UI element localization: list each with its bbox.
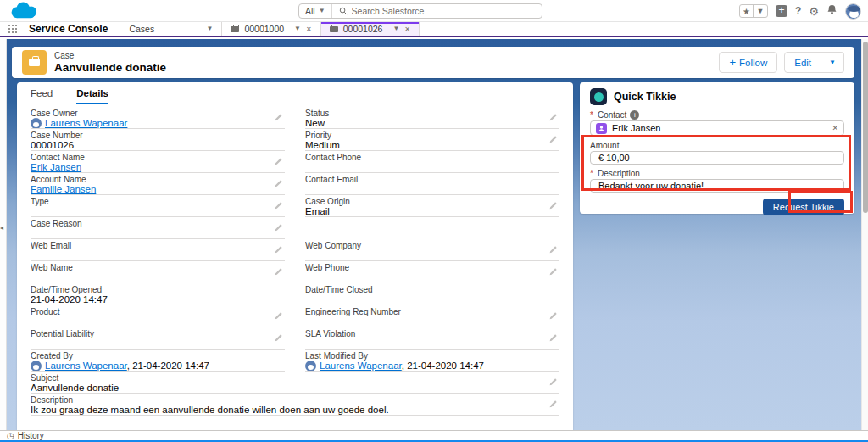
field-account-name: Account NameFamilie Jansen [31,173,285,195]
chevron-down-icon: ▼ [319,8,326,14]
record-header-card: Case Aanvullende donatie +Follow Edit ▼ [12,47,854,78]
edit-pencil-icon[interactable] [274,176,283,192]
field-case-number: Case Number00001026 [31,129,285,151]
close-icon[interactable]: ✕ [306,25,312,33]
setup-gear-icon[interactable]: ⚙ [809,6,819,17]
record-link[interactable]: Laurens Wapenaar [45,118,127,128]
field-value: Medium [305,140,559,151]
field-label: Date/Time Opened [31,285,285,294]
edit-pencil-icon[interactable] [274,110,283,126]
field-value [305,272,559,283]
edit-pencil-icon[interactable] [274,265,283,280]
field-contact-email: Contact Email [305,173,559,195]
field-web-email: Web Email [31,239,285,261]
field-label: Description [31,395,559,405]
edit-pencil-icon[interactable] [274,309,283,324]
field-label: Contact Email [305,175,559,184]
chevron-down-icon: ▼ [829,59,836,66]
favorites-star-icon[interactable]: ★ [740,5,754,17]
tab-details[interactable]: Details [76,82,108,104]
edit-pencil-icon[interactable] [548,265,558,280]
edit-pencil-icon[interactable] [274,221,283,236]
close-icon[interactable]: ✕ [404,25,410,33]
field-description: DescriptionIk zou graag deze maand een a… [31,394,559,416]
edit-pencil-icon[interactable] [274,331,283,346]
edit-pencil-icon[interactable] [548,199,558,214]
app-launcher-icon[interactable] [0,22,25,36]
user-avatar[interactable] [845,3,861,20]
scrollbar-thumb[interactable] [863,42,868,213]
tab-feed[interactable]: Feed [31,82,53,104]
description-input[interactable]: Bedankt voor uw donatie! [590,179,844,193]
field-value: New [305,118,559,129]
field-value [305,294,559,305]
workspace-tab-00001000[interactable]: 00001000 ▼ ✕ [221,22,320,36]
global-search: All ▼ [298,3,542,19]
request-tikkie-button[interactable]: Request Tikkie [763,199,844,215]
field-contact-name: Contact NameErik Jansen [31,151,285,173]
edit-pencil-icon[interactable] [548,397,558,412]
edit-button[interactable]: Edit [784,52,821,73]
field-date-time-closed: Date/Time Closed [305,283,559,305]
avatar [31,118,42,129]
favorites-dropdown-icon[interactable]: ▼ [754,5,767,17]
field-value [31,206,285,217]
chevron-down-icon[interactable]: ▼ [294,25,301,32]
global-header: All ▼ ★ ▼ + ? ⚙ [0,0,868,22]
field-label: Date/Time Closed [305,285,559,294]
edit-pencil-icon[interactable] [548,331,558,346]
left-panel-splitter[interactable]: ◂ [0,39,7,430]
info-icon[interactable]: i [630,110,639,120]
edit-pencil-icon[interactable] [274,199,283,214]
edit-pencil-icon[interactable] [548,110,558,126]
remove-contact-icon[interactable]: ✕ [832,124,838,132]
help-icon[interactable]: ? [795,5,801,17]
field-web-phone: Web Phone [305,261,559,283]
chevron-down-icon[interactable]: ▼ [206,25,213,32]
global-actions-icon[interactable]: + [776,5,787,17]
primary-tab-cases[interactable]: Cases ▼ [120,22,221,36]
primary-tab-label: Cases [129,24,154,34]
edit-pencil-icon[interactable] [548,309,558,324]
notifications-bell-icon[interactable] [826,3,837,19]
salesforce-logo-icon [8,1,39,24]
field-label: SLA Violation [305,329,559,338]
history-utility-item[interactable]: History [18,431,44,440]
field-label: Case Origin [305,197,559,206]
field-value: Familie Jansen [31,184,285,195]
amount-input[interactable]: € 10,00 [590,151,844,165]
field-value: Erik Jansen [31,162,285,173]
required-asterisk: * [590,169,593,178]
field-label: Product [31,307,285,316]
edit-pencil-icon[interactable] [274,243,283,258]
follow-button[interactable]: +Follow [719,52,777,73]
record-link[interactable]: Laurens Wapenaar [320,361,402,371]
edit-pencil-icon[interactable] [274,154,283,170]
more-actions-button[interactable]: ▼ [821,52,844,73]
main-content-region: ◂ Case Aanvullende donatie +Follow Edit … [0,39,868,430]
field-label: Account Name [31,175,285,184]
record-link[interactable]: Erik Jansen [31,162,81,172]
workspace-tab-00001026[interactable]: 00001026 ▼ ✕ [320,22,420,36]
contact-lookup-pill[interactable]: Erik Jansen ✕ [590,120,844,136]
utility-bar: ◷ History [0,430,868,442]
full-width-fields: SubjectAanvullende donatieDescriptionIk … [17,372,573,416]
history-clock-icon: ◷ [7,432,14,440]
record-link[interactable]: Laurens Wapenaar [45,361,127,371]
vertical-scrollbar[interactable] [861,39,868,430]
field-priority: PriorityMedium [305,129,559,151]
field-web-name: Web Name [31,261,285,283]
edit-pencil-icon[interactable] [548,375,558,390]
field-value [31,316,285,327]
search-scope-dropdown[interactable]: All ▼ [299,4,332,18]
field-label: Potential Liability [31,329,285,338]
edit-pencil-icon[interactable] [548,243,558,258]
record-link[interactable]: Familie Jansen [31,184,96,194]
field-value [31,338,285,350]
edit-pencil-icon[interactable] [548,132,558,148]
search-input[interactable] [352,6,535,16]
field-label: Web Name [31,263,285,272]
collapse-arrow-icon[interactable]: ◂ [0,224,3,232]
case-icon [231,26,239,32]
chevron-down-icon[interactable]: ▼ [392,25,399,32]
